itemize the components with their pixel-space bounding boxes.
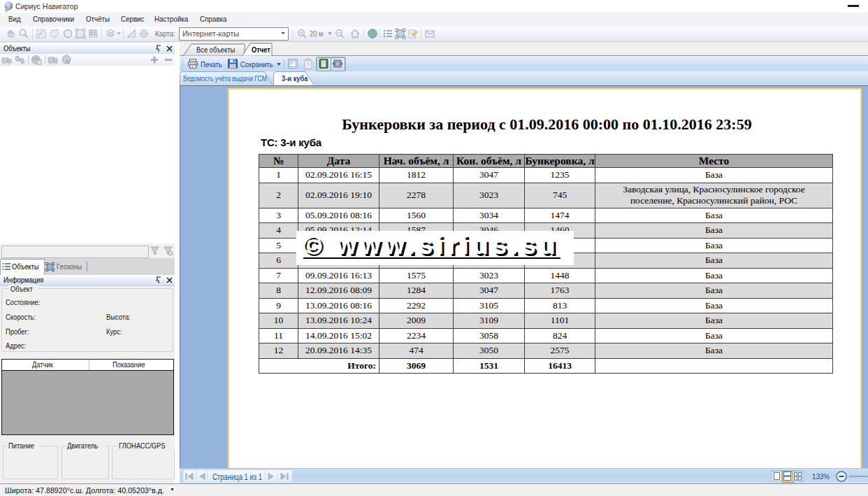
svg-text:?: ? bbox=[307, 62, 310, 68]
